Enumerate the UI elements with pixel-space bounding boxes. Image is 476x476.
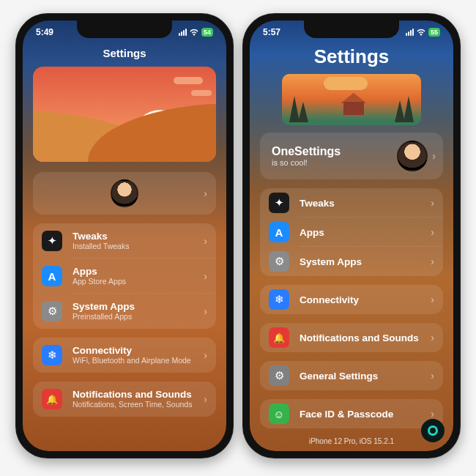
group-connectivity: ❄ Connectivity › (260, 285, 443, 314)
faceid-icon: ☺ (269, 404, 289, 424)
profile-card[interactable]: › (33, 172, 216, 215)
profile-card[interactable]: OneSettings is so cool! › (260, 133, 443, 179)
group-general: ⚙ General Settings › (260, 361, 443, 390)
general-icon: ⚙ (269, 365, 289, 386)
group-notifications: 🔔 Notifications and Sounds › (260, 323, 443, 352)
hero-image (33, 67, 216, 162)
avatar (397, 141, 428, 171)
row-system-apps[interactable]: ⚙ System Apps › (260, 247, 443, 276)
cellular-icon (179, 29, 187, 36)
status-time: 5:57 (263, 27, 280, 37)
row-title: Apps (72, 266, 199, 278)
row-subtitle: Installed Tweaks (72, 242, 199, 251)
group-connectivity: ❄ Connectivity WiFi, Bluetooth and Airpl… (33, 338, 216, 373)
profile-subtitle: is so cool! (272, 158, 397, 167)
profile-title: OneSettings (272, 145, 397, 158)
row-title: Connectivity (72, 345, 199, 357)
page-title: Settings (260, 45, 443, 68)
chevron-right-icon: › (428, 150, 436, 162)
device-footer: iPhone 12 Pro, iOS 15.2.1 (260, 437, 443, 445)
tweaks-icon: ✦ (269, 193, 289, 213)
row-title: System Apps (72, 301, 199, 313)
connectivity-icon: ❄ (269, 289, 289, 310)
row-title: Connectivity (289, 294, 426, 305)
row-apps[interactable]: A Apps App Store Apps › (33, 259, 216, 294)
chevron-right-icon: › (426, 370, 434, 382)
page-title: Settings (33, 47, 216, 59)
chevron-right-icon: › (199, 187, 207, 199)
row-title: Face ID & Passcode (289, 409, 426, 420)
row-system-apps[interactable]: ⚙ System Apps Preinstalled Apps › (33, 294, 216, 329)
chevron-right-icon: › (199, 235, 207, 247)
wifi-icon (189, 29, 199, 36)
chevron-right-icon: › (199, 393, 207, 405)
row-notifications[interactable]: 🔔 Notifications and Sounds › (260, 323, 443, 352)
row-general[interactable]: ⚙ General Settings › (260, 361, 443, 390)
apps-icon: A (269, 222, 289, 242)
row-connectivity[interactable]: ❄ Connectivity › (260, 285, 443, 314)
chevron-right-icon: › (426, 294, 434, 305)
chevron-right-icon: › (199, 270, 207, 282)
chevron-right-icon: › (199, 305, 207, 317)
notifications-icon: 🔔 (269, 327, 289, 348)
chevron-right-icon: › (426, 226, 434, 238)
chevron-right-icon: › (199, 349, 207, 361)
chevron-right-icon: › (426, 332, 434, 343)
battery-icon: 55 (428, 28, 440, 37)
connectivity-icon: ❄ (42, 345, 62, 365)
row-subtitle: WiFi, Bluetooth and Airplane Mode (72, 357, 199, 365)
group-apps: ✦ Tweaks › A Apps › ⚙ System Apps › (260, 188, 443, 276)
hero-image (282, 74, 421, 125)
notch (77, 21, 172, 38)
battery-icon: 54 (201, 28, 213, 37)
row-title: Notifications and Sounds (289, 332, 426, 343)
notifications-icon: 🔔 (42, 389, 62, 409)
system-apps-icon: ⚙ (269, 251, 289, 272)
avatar (111, 179, 138, 207)
notch (304, 21, 399, 38)
row-subtitle: Preinstalled Apps (72, 313, 199, 321)
row-faceid[interactable]: ☺ Face ID & Passcode › (260, 399, 443, 428)
row-apps[interactable]: A Apps › (260, 217, 443, 247)
system-apps-icon: ⚙ (42, 301, 62, 321)
apps-icon: A (42, 266, 62, 286)
row-title: Tweaks (72, 231, 199, 242)
row-title: Notifications and Sounds (72, 389, 199, 401)
phone-right: 5:57 55 Settings OneSetting (242, 13, 461, 458)
row-title: Apps (289, 227, 426, 238)
group-notifications: 🔔 Notifications and Sounds Notifications… (33, 382, 216, 417)
row-tweaks[interactable]: ✦ Tweaks Installed Tweaks › (33, 223, 216, 259)
row-title: System Apps (289, 256, 426, 267)
chevron-right-icon: › (426, 408, 434, 420)
row-title: Tweaks (289, 198, 426, 209)
chevron-right-icon: › (426, 197, 434, 209)
phone-left: 5:49 54 Settings › (15, 13, 234, 458)
row-subtitle: Notifications, Screen Time, Sounds (72, 401, 199, 409)
group-faceid: ☺ Face ID & Passcode › (260, 399, 443, 428)
tweaks-icon: ✦ (42, 231, 62, 251)
row-title: General Settings (289, 371, 426, 382)
cellular-icon (406, 29, 414, 36)
assistive-touch-icon (428, 425, 438, 436)
assistive-touch-button[interactable] (421, 419, 445, 442)
row-subtitle: App Store Apps (72, 278, 199, 286)
row-tweaks[interactable]: ✦ Tweaks › (260, 188, 443, 217)
chevron-right-icon: › (426, 256, 434, 267)
row-connectivity[interactable]: ❄ Connectivity WiFi, Bluetooth and Airpl… (33, 338, 216, 373)
row-notifications[interactable]: 🔔 Notifications and Sounds Notifications… (33, 382, 216, 417)
wifi-icon (416, 29, 426, 36)
group-apps: ✦ Tweaks Installed Tweaks › A Apps App S… (33, 223, 216, 329)
status-time: 5:49 (36, 27, 53, 37)
